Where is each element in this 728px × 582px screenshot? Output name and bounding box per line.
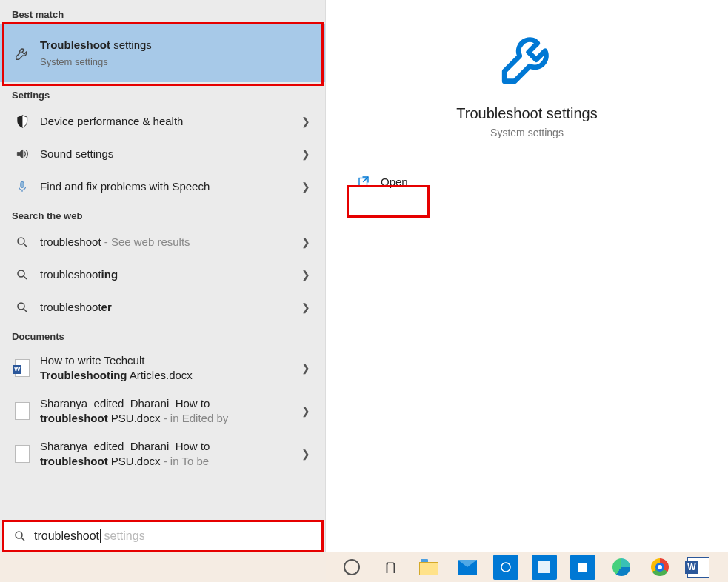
svg-point-1 (18, 238, 24, 244)
wrench-icon (12, 45, 33, 61)
word-doc-icon (12, 359, 33, 377)
search-icon (12, 301, 33, 314)
result-label: Device performance & health (40, 114, 297, 129)
divider (344, 158, 710, 158)
open-icon (357, 175, 370, 188)
search-icon (13, 529, 27, 543)
edge-icon[interactable] (609, 555, 634, 580)
file-explorer-icon[interactable] (416, 555, 441, 580)
taskbar-app-3[interactable] (570, 555, 595, 580)
result-speech-fix[interactable]: Find and fix problems with Speech ❯ (0, 170, 325, 203)
open-action[interactable]: Open (344, 166, 421, 197)
cortana-icon[interactable] (339, 555, 364, 580)
result-web-troubleshooting[interactable]: troubleshooting ❯ (0, 258, 325, 291)
result-doc-2[interactable]: Sharanya_edited_Dharani_How to troublesh… (0, 389, 325, 432)
result-doc-3[interactable]: Sharanya_edited_Dharani_How to troublesh… (0, 432, 325, 475)
section-header-web: Search the web (0, 203, 325, 226)
speaker-icon (12, 147, 33, 161)
chrome-icon[interactable] (647, 555, 672, 580)
search-typed-text: troubleshoot settings (34, 529, 145, 543)
result-web-troubleshooter[interactable]: troubleshooter ❯ (0, 291, 325, 324)
svg-rect-7 (538, 561, 550, 573)
result-sound-settings[interactable]: Sound settings ❯ (0, 138, 325, 170)
result-label: Find and fix problems with Speech (40, 179, 297, 194)
chevron-right-icon: ❯ (297, 269, 315, 281)
taskbar: |⎴| W (326, 552, 728, 582)
svg-point-6 (501, 563, 510, 572)
result-web-troubleshoot[interactable]: troubleshoot - See web results ❯ (0, 226, 325, 258)
svg-point-3 (18, 303, 24, 310)
details-hero: Troubleshoot settings System settings (326, 0, 728, 138)
search-icon (12, 268, 33, 281)
chevron-right-icon: ❯ (297, 116, 315, 127)
start-search-panel: Best match Troubleshoot settings System … (0, 0, 728, 552)
svg-rect-0 (21, 181, 24, 187)
svg-point-2 (18, 270, 24, 277)
search-input[interactable]: troubleshoot settings (2, 520, 324, 552)
svg-point-4 (16, 532, 22, 538)
best-match-text: Troubleshoot settings System settings (40, 38, 315, 69)
taskbar-app-2[interactable] (532, 555, 557, 580)
details-title: Troubleshoot settings (456, 105, 597, 122)
word-icon[interactable]: W (686, 555, 711, 580)
shield-icon (12, 114, 33, 129)
mail-icon[interactable] (455, 555, 480, 580)
taskbar-app-1[interactable] (493, 555, 518, 580)
result-best-match[interactable]: Troubleshoot settings System settings (0, 24, 325, 82)
results-left-pane: Best match Troubleshoot settings System … (0, 0, 326, 552)
microphone-icon (12, 179, 33, 194)
chevron-right-icon: ❯ (297, 405, 315, 417)
svg-rect-8 (578, 563, 587, 572)
doc-icon (12, 402, 33, 420)
wrench-icon (494, 25, 561, 92)
chevron-right-icon: ❯ (297, 181, 315, 193)
task-view-icon[interactable]: |⎴| (378, 555, 403, 580)
chevron-right-icon: ❯ (297, 236, 315, 248)
result-device-performance[interactable]: Device performance & health ❯ (0, 105, 325, 138)
result-label: Sound settings (40, 147, 297, 161)
doc-icon (12, 445, 33, 463)
section-header-documents: Documents (0, 324, 325, 347)
details-right-pane: Troubleshoot settings System settings Op… (326, 0, 728, 552)
chevron-right-icon: ❯ (297, 148, 315, 160)
section-header-settings: Settings (0, 82, 325, 105)
chevron-right-icon: ❯ (297, 362, 315, 374)
chevron-right-icon: ❯ (297, 301, 315, 313)
details-subtitle: System settings (490, 127, 564, 138)
search-icon (12, 235, 33, 249)
open-label: Open (381, 175, 408, 188)
section-header-best-match: Best match (0, 0, 325, 24)
chevron-right-icon: ❯ (297, 448, 315, 460)
result-doc-1[interactable]: How to write Techcult Troubleshooting Ar… (0, 347, 325, 389)
